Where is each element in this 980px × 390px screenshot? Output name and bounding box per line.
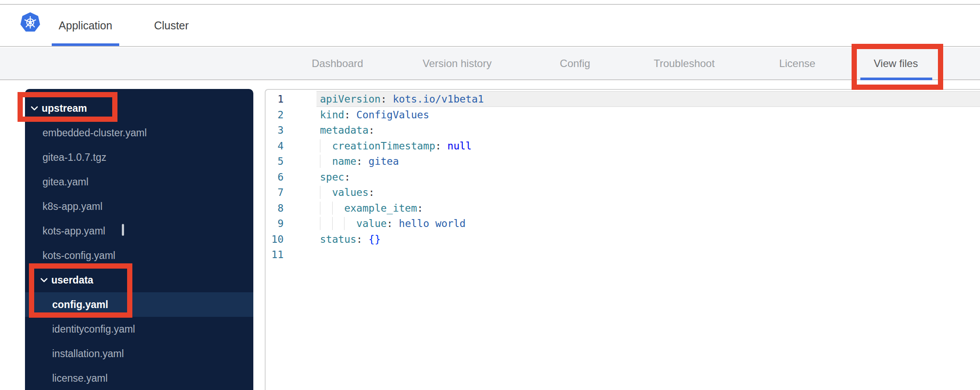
tab-cluster-management[interactable]: Cluster Management [121,5,222,46]
tree-item-label: config.yaml [52,299,108,311]
code-token: : [344,171,350,183]
line-number-1[interactable]: 1 [266,91,284,107]
code-token: : [369,124,375,136]
code-token: metadata [320,124,369,136]
code-token: : [435,140,447,152]
tree-item-label: gitea-1.0.7.tgz [43,152,107,163]
code-token: spec [320,171,344,183]
tree-item-label: kots-config.yaml [43,250,115,262]
file-tree-sidebar: upstreamembedded-cluster.yamlgitea-1.0.7… [25,89,253,390]
tab-version-history[interactable]: Version history [423,48,491,79]
code-token: : [356,156,369,167]
code-token: : [356,234,369,245]
code-line-2[interactable]: kind: ConfigValues [320,107,429,123]
code-token: creationTimestamp [332,140,435,152]
tab-application[interactable]: Application [52,5,119,46]
tree-file-license-yaml[interactable]: license.yaml [25,366,253,390]
code-line-7[interactable]: values: [320,184,375,200]
code-line-3[interactable]: metadata: [320,122,375,138]
code-line-5[interactable]: name: gitea [320,153,399,169]
tree-file-installation-yaml[interactable]: installation.yaml [25,341,253,366]
yaml-file-viewer[interactable]: 1apiVersion: kots.io/v1beta12kind: Confi… [265,89,980,390]
tree-item-label: userdata [51,274,93,286]
indent-guide [332,202,333,215]
tree-file-gitea-yaml[interactable]: gitea.yaml [25,170,253,194]
code-token: name [332,156,356,167]
code-token: value [356,218,387,229]
chevron-down-icon [40,278,48,283]
indent-guide [320,139,320,152]
tree-item-label: installation.yaml [52,348,124,360]
tab-config[interactable]: Config [560,48,590,79]
application-active-underline [52,43,119,46]
code-token: null [447,140,472,152]
code-token: {} [369,234,381,245]
code-line-8[interactable]: example_item: [320,200,423,216]
tree-file-identityconfig-yaml[interactable]: identityconfig.yaml [25,317,253,341]
line-number-10[interactable]: 10 [266,231,284,247]
line-number-11[interactable]: 11 [266,247,284,262]
line-number-3[interactable]: 3 [266,122,284,138]
kubernetes-logo-icon[interactable] [20,12,40,34]
code-token: status [320,234,356,245]
tree-item-label: k8s-app.yaml [43,201,103,213]
tree-item-label: gitea.yaml [43,176,89,188]
tree-file-kots-config-yaml[interactable]: kots-config.yaml [25,243,253,268]
indent-guide [332,217,333,230]
indent-guide [320,217,320,230]
chevron-down-icon [31,106,38,111]
code-token: : [380,93,393,105]
indent-guide [320,155,320,168]
code-line-6[interactable]: spec: [320,169,350,185]
code-token: : [344,109,356,121]
code-token: values [332,187,369,198]
code-token: kind [320,109,344,121]
line-number-6[interactable]: 6 [266,169,284,185]
tab-license[interactable]: License [779,48,816,79]
tab-troubleshoot[interactable]: Troubleshoot [653,48,714,79]
code-line-1[interactable]: apiVersion: kots.io/v1beta1 [320,91,484,107]
kots-admin-console: Application Cluster Management Dashboard… [0,0,980,390]
code-token: ConfigValues [356,109,429,121]
line-number-4[interactable]: 4 [266,138,284,154]
tree-file-k8s-app-yaml[interactable]: k8s-app.yaml [25,194,253,219]
code-token: hello world [399,218,465,229]
code-token: : [369,187,375,198]
tree-item-label: kots-app.yaml [43,225,105,237]
line-number-9[interactable]: 9 [266,216,284,231]
app-nav-bar: Dashboard Version history Config Trouble… [0,48,980,80]
line-number-7[interactable]: 7 [266,184,284,200]
code-token: : [387,218,399,229]
line-number-2[interactable]: 2 [266,107,284,123]
line-number-5[interactable]: 5 [266,153,284,169]
line-number-8[interactable]: 8 [266,200,284,216]
tree-item-label: identityconfig.yaml [52,323,135,335]
tree-file-config-yaml[interactable]: config.yaml [25,292,253,317]
tree-file-embedded-cluster-yaml[interactable]: embedded-cluster.yaml [25,121,253,145]
tree-file-kots-app-yaml[interactable]: kots-app.yaml [25,219,253,243]
tree-item-label: upstream [42,103,87,114]
code-line-4[interactable]: creationTimestamp: null [320,138,472,154]
code-token: apiVersion [320,93,380,105]
top-bar: Application Cluster Management [0,5,980,47]
code-token: kots.io/v1beta1 [393,93,484,105]
indent-guide [320,186,320,199]
code-line-10[interactable]: status: {} [320,231,381,247]
tree-folder-userdata[interactable]: userdata [25,268,253,292]
indent-guide [344,217,344,230]
code-token: : [417,202,423,214]
code-line-9[interactable]: value: hello world [320,216,465,231]
tree-file-gitea-1-0-7-tgz[interactable]: gitea-1.0.7.tgz [25,145,253,170]
view-files-active-underline [860,78,932,80]
tree-item-label: embedded-cluster.yaml [43,127,147,139]
code-token: gitea [369,156,399,167]
tree-folder-upstream[interactable]: upstream [25,96,253,121]
tab-dashboard[interactable]: Dashboard [312,48,363,79]
tab-view-files[interactable]: View files [874,48,918,79]
tree-item-label: license.yaml [52,372,108,384]
indent-guide [320,202,320,215]
code-token: example_item [344,202,417,214]
